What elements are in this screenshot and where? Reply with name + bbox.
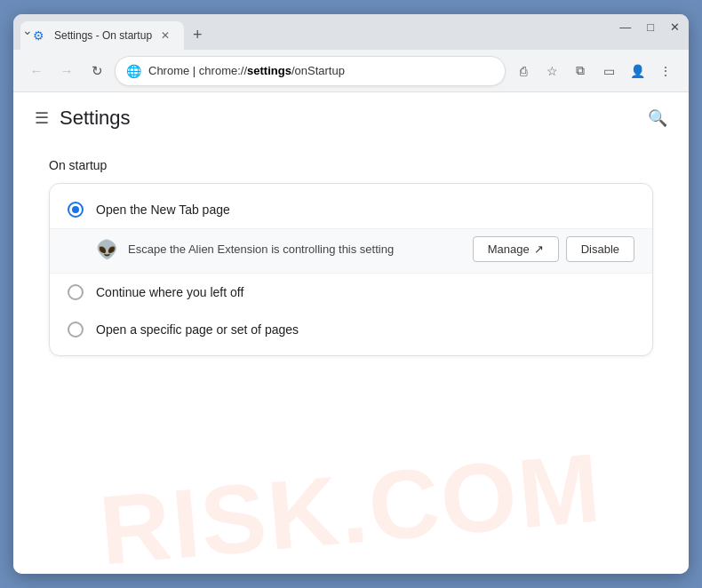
title-bar: ⌄ ⚙ Settings - On startup ✕ + — □ ✕: [13, 14, 689, 50]
profile-button[interactable]: 👤: [625, 59, 650, 83]
option-specific-row[interactable]: Open a specific page or set of pages: [50, 311, 652, 348]
watermark-text: RISK.COM: [95, 431, 607, 574]
address-globe-icon: 🌐: [126, 64, 141, 78]
tab-list-chevron[interactable]: ⌄: [22, 23, 33, 37]
extension-label: Escape the Alien Extension is controllin…: [128, 242, 462, 256]
manage-button[interactable]: Manage ↗: [473, 236, 559, 262]
option-new-tab-label: Open the New Tab page: [96, 203, 230, 217]
extension-actions: Manage ↗ Disable: [473, 236, 634, 262]
extension-icon: 👽: [96, 239, 117, 260]
option-specific-radio[interactable]: [68, 322, 84, 338]
close-button[interactable]: ✕: [670, 21, 680, 33]
manage-label: Manage: [488, 242, 530, 256]
section-title: On startup: [49, 158, 653, 172]
address-text: Chrome | chrome://settings/onStartup: [148, 64, 494, 77]
disable-button[interactable]: Disable: [566, 236, 634, 262]
window-controls: — □ ✕: [619, 21, 680, 33]
tab-title: Settings - On startup: [54, 29, 152, 42]
options-card: Open the New Tab page 👽 Escape the Alien…: [49, 183, 653, 356]
active-tab[interactable]: ⚙ Settings - On startup ✕: [20, 21, 184, 50]
settings-page-title: Settings: [60, 107, 131, 130]
tab-bar: ⚙ Settings - On startup ✕ +: [20, 21, 682, 50]
option-continue-row[interactable]: Continue where you left off: [50, 274, 652, 311]
new-tab-button[interactable]: +: [187, 24, 208, 46]
extension-info-row: 👽 Escape the Alien Extension is controll…: [50, 228, 652, 274]
settings-body: On startup Open the New Tab page 👽 Escap…: [13, 144, 689, 370]
more-button[interactable]: ⋮: [653, 59, 678, 83]
address-url-prefix: chrome://: [199, 64, 247, 77]
address-url-suffix: /onStartup: [291, 64, 345, 77]
toolbar: ← → ↻ 🌐 Chrome | chrome://settings/onSta…: [13, 50, 689, 92]
maximize-button[interactable]: □: [647, 21, 654, 33]
manage-external-icon: ↗: [534, 242, 544, 256]
option-continue-label: Continue where you left off: [96, 285, 243, 299]
back-button[interactable]: ←: [24, 59, 49, 83]
settings-search-button[interactable]: 🔍: [648, 108, 667, 128]
toolbar-actions: ⎙ ☆ ⧉ ▭ 👤 ⋮: [511, 59, 678, 83]
address-bar[interactable]: 🌐 Chrome | chrome://settings/onStartup: [115, 56, 506, 86]
share-button[interactable]: ⎙: [511, 59, 536, 83]
option-new-tab-row[interactable]: Open the New Tab page: [50, 191, 652, 228]
option-new-tab-radio[interactable]: [68, 202, 84, 218]
browser-window: ⌄ ⚙ Settings - On startup ✕ + — □ ✕ ← → …: [13, 14, 689, 574]
reload-button[interactable]: ↻: [84, 59, 109, 83]
settings-page: RISK.COM ☰ Settings 🔍 On startup Open th…: [13, 92, 689, 574]
minimize-button[interactable]: —: [619, 21, 631, 33]
settings-header: ☰ Settings 🔍: [13, 92, 689, 144]
tab-favicon: ⚙: [33, 28, 47, 43]
option-continue-radio[interactable]: [68, 284, 84, 300]
option-specific-label: Open a specific page or set of pages: [96, 322, 299, 337]
forward-button[interactable]: →: [54, 59, 79, 83]
page-content: RISK.COM ☰ Settings 🔍 On startup Open th…: [13, 92, 689, 574]
address-url-path: settings: [247, 64, 291, 77]
sidebar-button[interactable]: ▭: [596, 59, 621, 83]
sidebar-menu-icon[interactable]: ☰: [35, 108, 49, 128]
tab-close-button[interactable]: ✕: [159, 28, 172, 44]
extensions-button[interactable]: ⧉: [568, 59, 593, 83]
bookmark-button[interactable]: ☆: [539, 59, 564, 83]
address-separator: |: [189, 64, 199, 77]
address-scheme: Chrome: [148, 64, 189, 77]
